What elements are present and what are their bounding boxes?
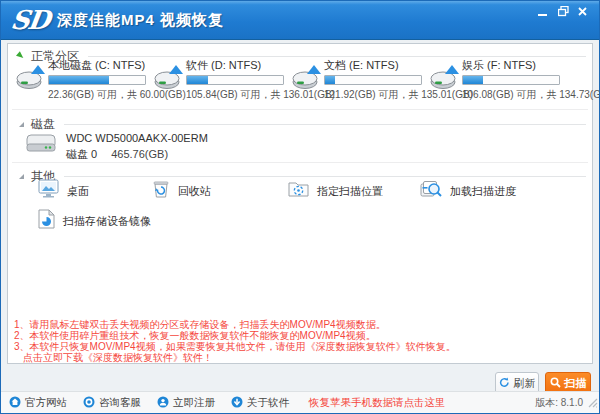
drive-name: 娱乐 (F: NTFS) [462, 58, 564, 73]
drive-usage-bar [462, 75, 560, 85]
other-item-recycle-bin[interactable]: 回收站 [152, 180, 211, 202]
desktop-icon [38, 179, 59, 203]
scan-icon [550, 377, 561, 390]
instruction-line-2: 2、本软件使用碎片重组技术，恢复一般数据恢复软件不能恢复的MOV/MP4视频。 [14, 331, 456, 341]
expander-icon [16, 167, 26, 185]
home-icon [9, 396, 21, 410]
drive-usage-bar [324, 75, 422, 85]
refresh-button-label: 刷新 [514, 376, 536, 391]
drive-name: 本地磁盘 (C: NTFS) [48, 58, 150, 73]
other-item-desktop[interactable]: 桌面 [38, 180, 89, 202]
instructions: 1、请用鼠标左键双击丢失视频的分区或存储设备，扫描丢失的MOV/MP4视频数据。… [14, 320, 456, 364]
footer-link-label: 立即注册 [173, 396, 215, 410]
other-item-specify-location[interactable]: 指定扫描位置 [288, 180, 383, 202]
download-link[interactable]: 点击立即下载《深度数据恢复软件》软件！ [14, 353, 456, 363]
hard-drive-icon [16, 64, 46, 94]
load-progress-icon [420, 179, 442, 203]
close-button[interactable] [575, 5, 591, 18]
minimize-icon [538, 7, 548, 17]
recycle-bin-icon [152, 179, 170, 203]
app-title: 深度佳能MP4 视频恢复 [57, 11, 224, 30]
drive-item-d[interactable]: 软件 (D: NTFS) 105.84(GB) 可用，共 136.01(GB) [154, 58, 290, 102]
hard-drive-icon [292, 64, 322, 94]
hard-drive-icon [430, 64, 460, 94]
restore-button[interactable] [555, 5, 571, 18]
disk-name: 磁盘 0 [66, 148, 97, 160]
app-logo: SD [9, 5, 51, 35]
footer-link-official-site[interactable]: 官方网站 [9, 396, 67, 410]
footer-link-label: 官方网站 [25, 396, 67, 410]
iphone-recovery-link[interactable]: 恢复苹果手机数据请点击这里 [309, 396, 446, 410]
other-item-label: 扫描存储设备镜像 [63, 214, 151, 229]
section-divider-line [88, 56, 586, 57]
disk-item-0[interactable]: WDC WD5000AAKX-00ERM 磁盘 0465.76(GB) [26, 132, 208, 162]
drive-usage-bar [48, 75, 146, 85]
other-item-label: 桌面 [67, 184, 89, 199]
device-image-icon [38, 209, 55, 233]
footer-link-label: 咨询客服 [99, 396, 141, 410]
hard-drive-icon [154, 64, 184, 94]
section-divider-line [64, 124, 586, 125]
restore-icon [558, 6, 569, 17]
main-panel: 正常分区 本地磁盘 (C: NTFS) 22.36(GB) 可用，共 60.00… [7, 43, 593, 364]
minimize-button[interactable] [535, 5, 551, 18]
footer-link-about[interactable]: 关于软件 [231, 396, 289, 410]
other-item-scan-device-image[interactable]: 扫描存储设备镜像 [38, 210, 151, 232]
resize-grip[interactable] [588, 394, 598, 412]
section-separator [12, 162, 588, 163]
drive-usage-bar [186, 75, 284, 85]
physical-disk-icon [26, 132, 56, 162]
footer-link-support[interactable]: 咨询客服 [83, 396, 141, 410]
section-disk-header[interactable]: 磁盘 [16, 115, 586, 133]
other-item-load-progress[interactable]: 加载扫描进度 [420, 180, 516, 202]
title-bar: SD 深度佳能MP4 视频恢复 [1, 1, 599, 40]
drive-name: 文档 (E: NTFS) [324, 58, 426, 73]
user-icon [157, 396, 169, 410]
other-item-label: 回收站 [178, 184, 211, 199]
other-item-label: 加载扫描进度 [450, 184, 516, 199]
drive-capacity: 22.36(GB) 可用，共 60.00(GB) [48, 88, 150, 102]
disk-size: 465.76(GB) [111, 148, 168, 160]
instruction-line-1: 1、请用鼠标左键双击丢失视频的分区或存储设备，扫描丢失的MOV/MP4视频数据。 [14, 320, 456, 330]
headset-icon [83, 396, 95, 410]
status-bar: 官方网站 咨询客服 立即注册 关于软件 恢复苹果手机数据请点击这里 版本: 8.… [1, 391, 599, 413]
drive-item-f[interactable]: 娱乐 (F: NTFS) 106.08(GB) 可用，共 134.73(GB) [430, 58, 566, 102]
footer-link-register[interactable]: 立即注册 [157, 396, 215, 410]
other-item-label: 指定扫描位置 [317, 184, 383, 199]
footer-link-label: 关于软件 [247, 396, 289, 410]
expander-icon [16, 115, 26, 133]
disk-model: WDC WD5000AAKX-00ERM [66, 132, 208, 144]
version-label: 版本: 8.1.0 [535, 396, 591, 410]
app-window: SD 深度佳能MP4 视频恢复 [0, 0, 600, 414]
scan-button-label: 扫描 [565, 376, 587, 391]
drive-item-c[interactable]: 本地磁盘 (C: NTFS) 22.36(GB) 可用，共 60.00(GB) [16, 58, 152, 102]
drive-capacity: 105.84(GB) 可用，共 136.01(GB) [186, 88, 288, 102]
section-disk-label: 磁盘 [31, 116, 55, 133]
drive-capacity: 121.92(GB) 可用，共 135.01(GB) [324, 88, 426, 102]
refresh-icon [499, 377, 510, 390]
drive-item-e[interactable]: 文档 (E: NTFS) 121.92(GB) 可用，共 135.01(GB) [292, 58, 428, 102]
instruction-line-3: 3、本软件只恢复MOV/MP4视频，如果需要恢复其他文件，请使用《深度数据恢复软… [14, 342, 456, 352]
close-icon [578, 7, 588, 17]
drive-capacity: 106.08(GB) 可用，共 134.73(GB) [462, 88, 564, 102]
section-divider-line [64, 176, 586, 177]
info-icon [231, 396, 243, 410]
drive-name: 软件 (D: NTFS) [186, 58, 288, 73]
section-separator [12, 109, 588, 110]
folder-scan-icon [288, 179, 309, 203]
